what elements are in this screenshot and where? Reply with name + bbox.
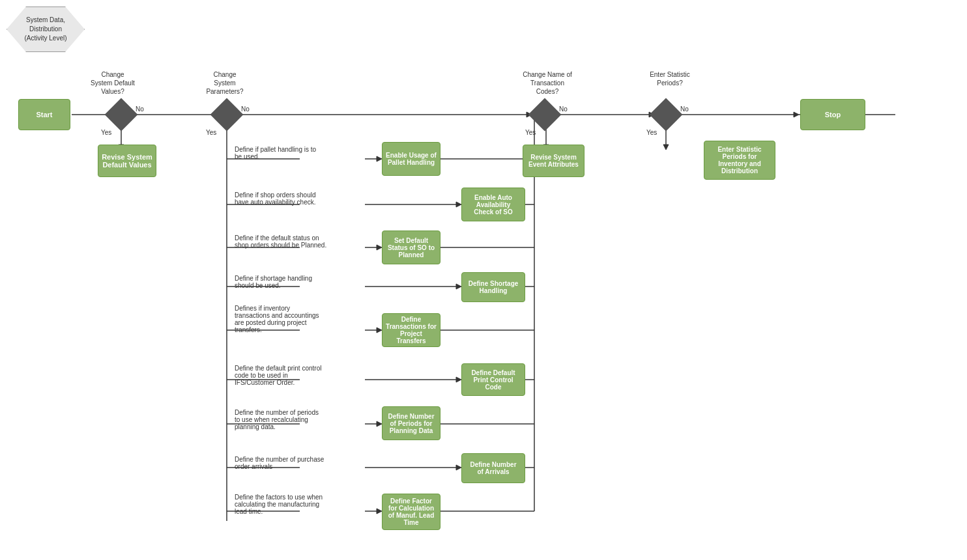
yes-label-3: Yes (525, 129, 536, 136)
enable-pallet-node[interactable]: Enable Usage of Pallet Handling (382, 142, 440, 176)
desc-arrivals: Define the number of purchase order arri… (235, 456, 358, 470)
hexagon-label: System Data, Distribution (Activity Leve… (7, 7, 85, 52)
condition-change-params-label: Change System Parameters? (189, 70, 261, 96)
yes-label-4: Yes (646, 129, 657, 136)
enable-auto-node[interactable]: Enable Auto Availability Check of SO (461, 188, 525, 221)
define-shortage-node[interactable]: Define Shortage Handling (461, 272, 525, 302)
no-label-4: No (680, 105, 689, 113)
diamond-enter-statistic (654, 103, 678, 126)
svg-marker-51 (794, 112, 799, 117)
stop-node[interactable]: Stop (800, 99, 865, 130)
desc-auto-avail: Define if shop orders should have auto a… (235, 191, 358, 206)
condition-enter-statistic-label: Enter Statistic Periods? (637, 70, 702, 87)
define-factor-node[interactable]: Define Factor for Calculation of Manuf. … (382, 494, 440, 530)
revise-defaults-node[interactable]: Revise System Default Values (98, 145, 156, 177)
no-label-1: No (136, 105, 144, 113)
diamond-change-names (533, 103, 556, 126)
canvas: System Data, Distribution (Activity Leve… (0, 0, 967, 560)
svg-marker-21 (456, 202, 461, 207)
define-transactions-node[interactable]: Define Transactions for Project Transfer… (382, 313, 440, 347)
svg-marker-31 (377, 421, 382, 427)
yes-label-1: Yes (101, 129, 111, 136)
define-arrivals-node[interactable]: Define Number of Arrivals (461, 453, 525, 483)
diamond-change-params (215, 103, 238, 126)
condition-change-names-label: Change Name of Transaction Codes? (508, 70, 586, 96)
svg-marker-19 (377, 156, 382, 161)
desc-periods: Define the number of periods to use when… (235, 409, 358, 430)
set-default-status-node[interactable]: Set Default Status of SO to Planned (382, 231, 440, 264)
svg-marker-27 (377, 328, 382, 333)
enter-statistic-node[interactable]: Enter Statistic Periods for Inventory an… (704, 141, 775, 180)
desc-print-code: Define the default print control code to… (235, 365, 358, 386)
define-print-node[interactable]: Define Default Print Control Code (461, 363, 525, 396)
desc-default-status: Define if the default status on shop ord… (235, 234, 358, 249)
svg-marker-35 (377, 509, 382, 514)
no-label-3: No (559, 105, 568, 113)
define-periods-node[interactable]: Define Number of Periods for Planning Da… (382, 406, 440, 440)
revise-event-node[interactable]: Revise System Event Attributes (523, 145, 585, 177)
svg-marker-23 (377, 245, 382, 250)
desc-pallet: Define if pallet handling is to be used. (235, 146, 358, 160)
desc-shortage: Define if shortage handling should be us… (235, 275, 358, 289)
svg-marker-25 (456, 284, 461, 289)
no-label-2: No (241, 105, 250, 113)
desc-factor: Define the factors to use when calculati… (235, 494, 358, 515)
diamond-change-defaults (109, 103, 133, 126)
yes-label-2: Yes (206, 129, 216, 136)
svg-marker-33 (456, 465, 461, 470)
desc-transactions: Defines if inventory transactions and ac… (235, 305, 362, 333)
condition-change-defaults-label: Change System Default Values? (77, 70, 149, 96)
svg-marker-29 (456, 377, 461, 382)
svg-marker-53 (663, 145, 669, 150)
start-node[interactable]: Start (18, 99, 70, 130)
